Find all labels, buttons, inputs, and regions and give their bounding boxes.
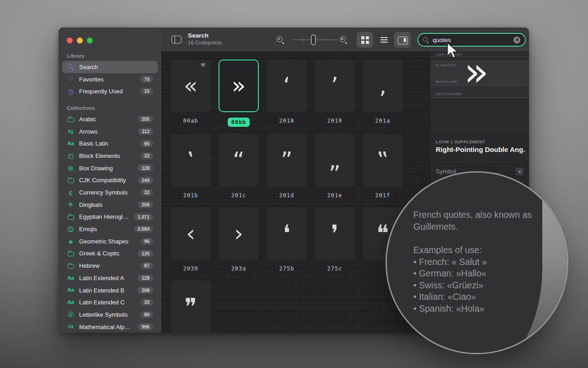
- count-badge: 70: [140, 76, 153, 83]
- codepoint-label: 00bb: [219, 118, 259, 127]
- folder-icon: [67, 250, 75, 256]
- zoom-window-button[interactable]: [87, 38, 93, 43]
- folder-icon: [67, 263, 75, 269]
- slider-handle[interactable]: [311, 34, 316, 45]
- count-badge: 208: [138, 287, 153, 294]
- symbol-badge[interactable]: »: [516, 168, 524, 175]
- codepoint-label: 2019: [315, 118, 355, 124]
- glyph: ’: [331, 72, 338, 99]
- sidebar-item-arrows[interactable]: ⇆Arrows112: [62, 125, 158, 138]
- codepoint-label: 00ab: [171, 118, 211, 124]
- glyph-preview: » CAP-HEIGHTX-HEIGHTBASELINEDESCENDER: [430, 52, 529, 133]
- preview-glyph: »: [464, 52, 489, 92]
- clear-search-button[interactable]: [513, 37, 520, 43]
- sidebar-item-basic-latin[interactable]: AaBasic Latin95: [62, 137, 158, 150]
- sidebar-item-geometric-shapes[interactable]: ◈Geometric Shapes96: [62, 235, 158, 248]
- glyph-cell-00ab[interactable]: «♥: [171, 60, 211, 112]
- count-badge: 15: [140, 88, 153, 95]
- grid-view-button[interactable]: [357, 32, 373, 48]
- glyph-cell-201e[interactable]: „: [315, 134, 355, 187]
- glyph-cell-275e[interactable]: ❞: [171, 281, 211, 333]
- sidebar-item-greek-coptic[interactable]: Greek & Coptic135: [62, 248, 158, 260]
- sidebar-item-hebrew[interactable]: Hebrew87: [62, 260, 158, 272]
- glyph-cell-275b[interactable]: ❛: [267, 207, 307, 260]
- collections-list: Arabic255⇆Arrows112AaBasic Latin95◰Block…: [59, 113, 161, 333]
- count-badge: 32: [140, 189, 153, 196]
- codepoint-label: 201d: [267, 192, 307, 199]
- glyph-name: Right-Pointing Double Ang…: [436, 146, 525, 153]
- search-input-value: quotes: [433, 37, 510, 43]
- glyph: ‚: [379, 72, 386, 99]
- glyph: ‹: [186, 220, 195, 247]
- sidebar-item-latin-extended-b[interactable]: AaLatin Extended B208: [62, 284, 158, 297]
- glyph-cell-00bb[interactable]: »: [219, 60, 259, 112]
- inspector-toggle-button[interactable]: [394, 32, 411, 48]
- zoom-in-icon[interactable]: [340, 36, 347, 43]
- math-icon: √x: [67, 324, 75, 330]
- sidebar-item-cjk-compatibility[interactable]: CJK Compatibility249: [62, 174, 158, 187]
- count-badge: 87: [140, 262, 153, 270]
- divider: [436, 162, 524, 162]
- magnifier-icon: [67, 64, 75, 70]
- blocks-icon: ◰: [67, 153, 75, 159]
- box-drawing-icon: ⊞: [67, 165, 75, 171]
- sidebar-item-latin-extended-c[interactable]: AaLatin Extended C32: [62, 296, 158, 308]
- glyph-cell-203a[interactable]: ›: [219, 207, 259, 260]
- zoom-slider[interactable]: [293, 33, 337, 46]
- glyph-cell-275c[interactable]: ❜: [315, 207, 355, 260]
- sidebar-item-currency-symbols[interactable]: ¢Currency Symbols32: [62, 186, 158, 199]
- glyph: „: [329, 147, 341, 173]
- count-badge: 95: [140, 140, 153, 147]
- glyph-cell-201f[interactable]: ‟: [363, 134, 403, 187]
- glyph-cell-201b[interactable]: ‛: [171, 134, 211, 187]
- glyph: ❜: [331, 220, 338, 247]
- sidebar-item-block-elements[interactable]: ◰Block Elements32: [62, 150, 158, 162]
- glyph-cell-2039[interactable]: ‹: [171, 207, 211, 260]
- glyph-cell-2019[interactable]: ’: [315, 60, 355, 112]
- sidebar-item-dingbats[interactable]: ✳Dingbats208: [62, 199, 158, 211]
- glyph-cell-2018[interactable]: ‘: [267, 60, 307, 112]
- sidebar-item-arabic[interactable]: Arabic255: [62, 113, 158, 125]
- sidebar-item-search[interactable]: Search: [62, 61, 158, 73]
- minimize-button[interactable]: [77, 38, 83, 43]
- zoom-out-icon[interactable]: [277, 36, 284, 43]
- glyph-cell-201d[interactable]: ”: [267, 134, 307, 187]
- codepoint-label: 201c: [219, 192, 259, 199]
- sidebar-item-label: Favorites: [79, 76, 136, 83]
- sidebar-item-letterlike-symbols[interactable]: ⒶLetterlike Symbols80: [62, 308, 158, 321]
- sidebar-item-label: Mathematical Alphanu…: [79, 324, 133, 330]
- sidebar-item-label: Latin Extended A: [79, 275, 133, 281]
- search-input[interactable]: quotes: [417, 33, 526, 47]
- codepoint-label: 275c: [315, 265, 355, 272]
- toolbar: Search 16 Codepoints quotes: [161, 27, 529, 52]
- codepoint-label: 201e: [315, 192, 355, 199]
- sidebar-item-mathematical-alphanu[interactable]: √xMathematical Alphanu…996: [62, 321, 158, 333]
- sidebar-item-label: Arrows: [79, 128, 134, 135]
- guide-line-baseline: [430, 85, 529, 86]
- sidebar-item-emojis[interactable]: ☺Emojis3.584: [62, 223, 158, 235]
- codepoint-label: 275b: [267, 265, 307, 272]
- close-button[interactable]: [67, 38, 73, 43]
- library-section-header: Library: [59, 43, 161, 61]
- sidebar-item-label: Geometric Shapes: [79, 238, 136, 245]
- list-view-button[interactable]: [376, 32, 392, 48]
- sidebar-item-label: Letterlike Symbols: [79, 311, 136, 318]
- emoji-icon: ☺: [67, 226, 75, 233]
- glyph: ‘: [283, 72, 290, 99]
- codepoint-label: 2039: [171, 265, 211, 272]
- sidebar-item-egyptian-hieroglyphs[interactable]: Egyptian Hieroglyphs1.071: [62, 211, 158, 223]
- sidebar-item-favorites[interactable]: ♡Favorites70: [62, 73, 158, 86]
- sidebar-item-label: Block Elements: [79, 152, 136, 159]
- count-badge: 96: [140, 238, 153, 245]
- glyph-cell-201c[interactable]: “: [219, 134, 259, 187]
- aa-icon: Aa: [67, 141, 75, 146]
- window-controls: [59, 27, 161, 43]
- sidebar-toggle-icon[interactable]: [171, 36, 182, 43]
- glyph: ❝: [377, 220, 389, 247]
- sidebar-item-frequently-used[interactable]: ◷Frequently Used15: [62, 85, 158, 97]
- currency-icon: ¢: [67, 189, 75, 196]
- sidebar-item-latin-extended-a[interactable]: AaLatin Extended A128: [62, 272, 158, 284]
- sidebar-item-label: Dingbats: [79, 201, 133, 208]
- glyph-cell-201a[interactable]: ‚: [363, 60, 403, 112]
- sidebar-item-box-drawing[interactable]: ⊞Box Drawing128: [62, 162, 158, 174]
